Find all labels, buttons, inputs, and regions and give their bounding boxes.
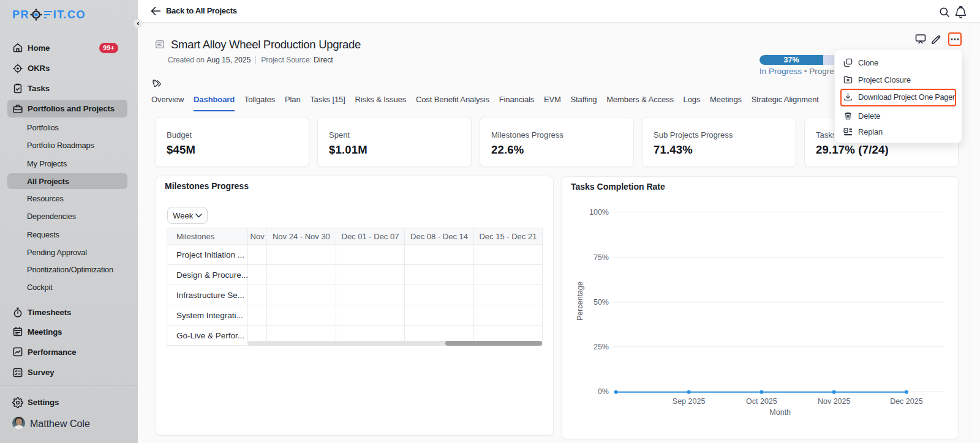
svg-text:Nov 2025: Nov 2025 <box>818 397 851 406</box>
svg-text:Sep 2025: Sep 2025 <box>673 397 706 406</box>
svg-text:25%: 25% <box>594 343 609 351</box>
svg-text:75%: 75% <box>594 253 609 262</box>
svg-text:100%: 100% <box>589 208 609 217</box>
svg-text:Oct 2025: Oct 2025 <box>746 397 777 406</box>
svg-text:0%: 0% <box>598 387 609 396</box>
svg-text:50%: 50% <box>594 298 609 307</box>
svg-text:Percentage: Percentage <box>576 281 584 321</box>
svg-text:Dec 2025: Dec 2025 <box>890 397 923 406</box>
svg-text:Month: Month <box>769 408 791 417</box>
